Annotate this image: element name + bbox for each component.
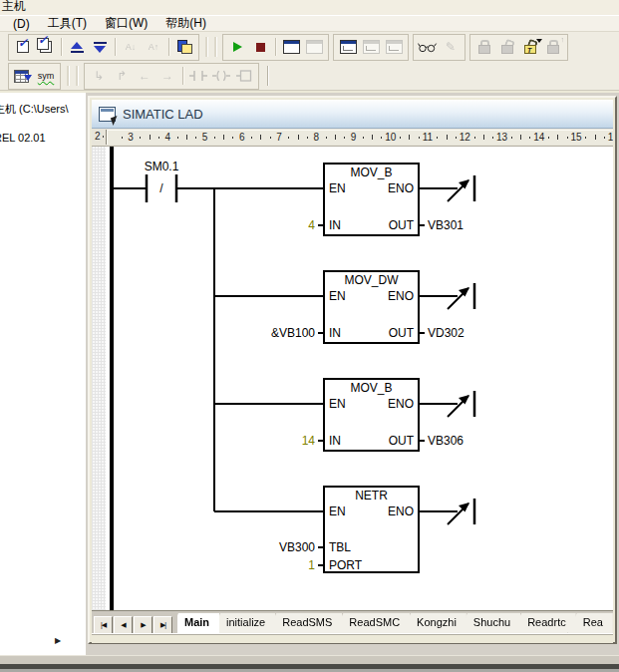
operand-in[interactable]: 4 <box>308 218 315 232</box>
stop-icon[interactable] <box>249 37 271 57</box>
operand-in[interactable]: 14 <box>302 434 316 448</box>
ruler-tick <box>177 137 178 139</box>
menu-item-3[interactable]: 帮助(H) <box>156 15 215 32</box>
sort-desc-icon: A↑ <box>143 37 164 57</box>
tab-next-button[interactable]: ▶ <box>134 616 153 635</box>
tab-shuchu[interactable]: Shuchu <box>459 613 520 633</box>
program-status-icon[interactable] <box>280 37 302 57</box>
toolbar-group <box>222 34 329 61</box>
lock-open-icon <box>496 37 518 57</box>
tab-readrtc[interactable]: Readrtc <box>512 613 576 633</box>
editor-title-bar[interactable]: SIMATIC LAD <box>92 100 613 129</box>
pin-eno: ENO <box>388 397 414 411</box>
toolbar-drag-handle[interactable] <box>67 66 78 86</box>
symbolic-addressing-icon[interactable] <box>12 66 34 86</box>
run-icon[interactable] <box>226 37 248 57</box>
ruler-number: 4 <box>164 132 170 143</box>
ruler-tick <box>251 137 252 139</box>
block-title[interactable]: MOV_DW <box>345 273 400 287</box>
compile-icon[interactable] <box>12 37 34 57</box>
pause-trend-icon <box>383 37 405 57</box>
tab-first-button[interactable]: |◀ <box>94 616 113 635</box>
tab-readsms[interactable]: ReadSMS <box>267 613 342 633</box>
ruler-tick <box>122 137 123 139</box>
symbol-table-icon[interactable]: sym <box>35 66 57 86</box>
pou-tab-bar: |◀◀▶▶| MaininitializeReadSMSReadSMCKongz… <box>92 610 613 633</box>
toolbar-separator <box>267 66 268 86</box>
download-icon[interactable] <box>89 37 111 57</box>
glasses-icon[interactable] <box>417 37 439 57</box>
toolbar-group <box>333 34 409 61</box>
sort-asc-icon: A↓ <box>120 37 142 57</box>
ruler-tick <box>419 137 420 139</box>
options-icon[interactable] <box>173 37 195 57</box>
toolbar-row-2: sym↳↱←→ <box>0 62 619 91</box>
ruler-number: 3 <box>128 132 134 143</box>
status-bar <box>0 655 619 664</box>
block-title[interactable]: NETR <box>355 489 388 503</box>
toolbar-group-divider <box>182 67 183 85</box>
trend-chart-icon[interactable] <box>337 37 359 57</box>
ruler-tick <box>307 137 308 139</box>
app-titlebar: 主机 <box>0 0 619 15</box>
ruler-tick <box>447 135 448 140</box>
simatic-lad-window: SIMATIC LAD 2 345678910111213141516 /SM0… <box>88 96 617 644</box>
pin-en: EN <box>329 289 346 303</box>
force-lock-icon[interactable]: T <box>519 37 541 57</box>
line-left-icon: ← <box>134 66 155 86</box>
project-tree-item-host[interactable]: 主机 (C:\Users\ <box>0 102 69 117</box>
operand-out[interactable]: VB306 <box>428 434 464 448</box>
ruler-tick <box>150 135 151 140</box>
ruler-tick <box>140 137 141 139</box>
pin-eno: ENO <box>388 289 414 303</box>
ruler-tick <box>214 137 215 139</box>
editor-title: SIMATIC LAD <box>123 107 203 122</box>
project-tree-panel: 主机 (C:\Users\ REL 02.01 ▶ <box>0 93 86 655</box>
ruler-tick <box>186 135 187 140</box>
menu-item-2[interactable]: 窗口(W) <box>96 15 156 32</box>
menu-item-0[interactable]: (D) <box>4 17 39 31</box>
tab-last-button[interactable]: ▶| <box>154 616 172 635</box>
compile-all-icon[interactable] <box>35 37 57 57</box>
tab-readsmc[interactable]: ReadSMC <box>334 613 410 633</box>
ruler-number: 13 <box>496 132 507 143</box>
ruler-number: 6 <box>239 132 245 143</box>
block-title[interactable]: MOV_B <box>350 166 392 179</box>
line-down-icon: ↳ <box>88 66 110 86</box>
ruler-tick <box>400 137 401 139</box>
pin-out: OUT <box>389 326 415 340</box>
ruler-tick <box>529 137 530 139</box>
ruler-tick <box>604 137 605 139</box>
ruler-tick <box>595 135 596 140</box>
block-title[interactable]: MOV_B <box>350 381 392 395</box>
ladder-editing-area[interactable]: /SM0.1MOV_BENENOIN4OUTVB301MOV_DWENENOIN… <box>92 147 613 610</box>
ruler-number: 16 <box>608 132 613 143</box>
editor-ruler: 2 345678910111213141516 <box>92 129 613 147</box>
tree-scroll-right-icon[interactable]: ▶ <box>55 636 61 645</box>
operand-tbl[interactable]: VB300 <box>279 540 315 554</box>
menu-item-1[interactable]: 工具(T) <box>39 15 96 32</box>
pin-en: EN <box>329 397 346 411</box>
line-right-icon: → <box>156 66 178 86</box>
ruler-tick <box>456 137 457 139</box>
toolbar-group: T↑ <box>469 34 568 61</box>
editor-bottom-frame <box>92 633 613 643</box>
tab-initialize[interactable]: initialize <box>211 613 275 633</box>
operand-in[interactable]: &VB100 <box>271 326 315 340</box>
toolbar-group: ↳↱←→ <box>84 63 259 90</box>
operand-out[interactable]: VB301 <box>428 218 464 232</box>
tab-prev-button[interactable]: ◀ <box>114 616 133 635</box>
contact-negation-symbol[interactable]: / <box>159 181 163 195</box>
ruler-tick <box>344 137 345 139</box>
upload-icon[interactable] <box>66 37 88 57</box>
operand-port[interactable]: 1 <box>308 558 315 572</box>
project-tree-item-release[interactable]: REL 02.01 <box>0 132 46 144</box>
tab-main[interactable]: Main <box>177 613 219 633</box>
pin-eno: ENO <box>388 504 414 518</box>
operand-out[interactable]: VD302 <box>428 326 464 340</box>
ruler-number: 8 <box>313 132 319 143</box>
tab-kongzhi[interactable]: Kongzhi <box>402 613 466 633</box>
toolbar-drag-handle[interactable] <box>205 37 216 57</box>
contact-operand[interactable]: SM0.1 <box>145 160 179 173</box>
ruler-tick <box>585 137 586 139</box>
